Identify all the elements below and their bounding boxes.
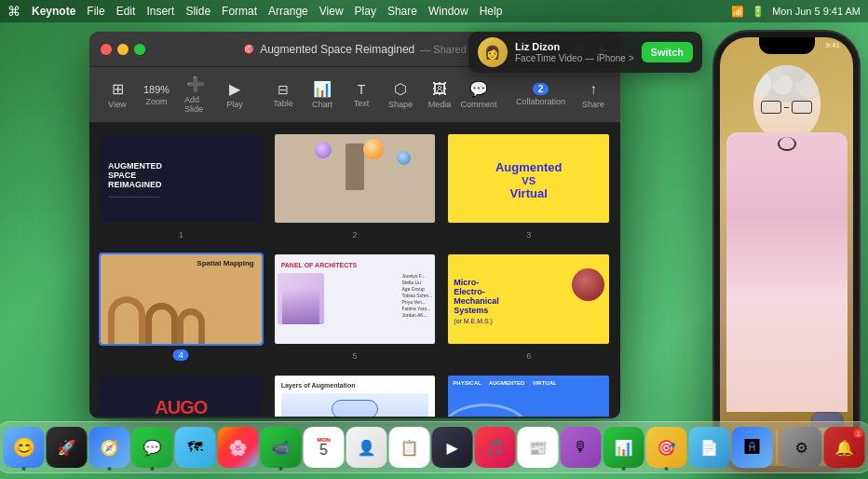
document-title: Augmented Space Reimagined xyxy=(260,43,414,56)
facetime-indicator xyxy=(279,467,283,471)
toolbar-play[interactable]: ▶ Play xyxy=(216,76,253,113)
dock-item-launchpad[interactable]: 🚀 xyxy=(47,427,88,468)
traffic-lights xyxy=(101,44,145,55)
person-curly-hair xyxy=(753,65,821,103)
slide-2-sphere-blue xyxy=(397,151,411,165)
slide-wrapper-8: Layers of Augmentation 8 xyxy=(273,374,438,417)
slide-3-title: Augmented xyxy=(495,160,563,175)
dock-item-appstore[interactable]: 🅰 xyxy=(732,427,773,468)
notification-badge: 1 xyxy=(854,429,863,438)
syspreferences-icon: ⚙ xyxy=(795,439,808,457)
app-name[interactable]: Keynote xyxy=(32,5,75,18)
menu-share[interactable]: Share xyxy=(387,5,417,18)
dock-item-messages[interactable]: 💬 xyxy=(132,427,173,468)
toolbar-add-slide[interactable]: ➕ Add Slide xyxy=(177,72,214,117)
dock-item-safari[interactable]: 🧭 xyxy=(89,427,130,468)
slide-thumb-3[interactable]: Augmented VS Virtual xyxy=(446,132,611,225)
slide-wrapper-1: AUGMENTEDSPACEREIMAGINED ——————————— 1 xyxy=(99,132,264,225)
dock-item-photos[interactable]: 🌸 xyxy=(218,427,259,468)
menu-file[interactable]: File xyxy=(87,5,104,18)
dock-item-pages[interactable]: 📄 xyxy=(689,427,730,468)
slide-thumb-6[interactable]: Micro-Electro-MechanicalSystems (or M.E.… xyxy=(446,253,611,345)
toolbar-table[interactable]: ⊟ Table xyxy=(264,78,302,112)
title-bar-center: 🎯 Augmented Space Reimagined — Shared xyxy=(243,43,467,56)
share-icon: ↑ xyxy=(590,81,597,98)
menu-insert[interactable]: Insert xyxy=(146,5,174,18)
menu-view[interactable]: View xyxy=(319,5,344,18)
facetime-video-bg xyxy=(720,37,853,466)
dock-item-appletv[interactable]: ▶ xyxy=(432,427,473,468)
finder-icon: 😊 xyxy=(12,436,35,458)
slide-wrapper-7: AUGO 7 xyxy=(99,374,264,417)
news-icon: 📰 xyxy=(529,439,548,457)
arch-right xyxy=(177,308,205,345)
toolbar-zoom[interactable]: 189% Zoom xyxy=(138,80,175,110)
person-necklace xyxy=(778,137,796,151)
menu-window[interactable]: Window xyxy=(428,5,468,18)
toolbar-text[interactable]: T Text xyxy=(343,78,380,112)
dock-item-calendar[interactable]: MON 5 xyxy=(304,427,345,468)
close-button[interactable] xyxy=(101,44,112,55)
slide-9-arc xyxy=(448,404,527,417)
dock-item-reminders[interactable]: 📋 xyxy=(389,427,430,468)
toolbar-comment[interactable]: 💬 Comment xyxy=(460,76,497,113)
toolbar-collaboration[interactable]: 2 Collaboration xyxy=(509,79,573,110)
menu-format[interactable]: Format xyxy=(222,5,257,18)
comment-icon: 💬 xyxy=(469,80,488,98)
dock-item-syspreferences[interactable]: ⚙ xyxy=(781,427,822,468)
minimize-button[interactable] xyxy=(117,44,129,55)
slide-thumb-7[interactable]: AUGO xyxy=(99,374,264,417)
dock-item-music[interactable]: 🎵 xyxy=(475,427,516,468)
dock-item-notification[interactable]: 🔔 1 xyxy=(824,427,865,468)
toolbar-chart[interactable]: 📊 Chart xyxy=(304,76,341,113)
arch-left xyxy=(108,296,145,345)
dock-item-facetime[interactable]: 📹 xyxy=(261,427,302,468)
dock-item-news[interactable]: 📰 xyxy=(518,427,559,468)
messages-indicator xyxy=(151,467,155,471)
menu-play[interactable]: Play xyxy=(355,5,376,18)
slide-2-sphere-orange xyxy=(363,139,384,159)
slide-thumb-4[interactable]: Spatial Mapping xyxy=(99,253,264,345)
slide-thumb-5[interactable]: PANEL OF ARCHITECTS Jocelyn F...Stella L… xyxy=(273,253,438,345)
slide-thumb-2[interactable] xyxy=(273,132,438,225)
facetime-caller-name: Liz Dizon xyxy=(515,41,634,52)
contacts-icon: 👤 xyxy=(358,439,376,457)
apple-menu[interactable]: ⌘ xyxy=(7,4,20,19)
dock-item-maps[interactable]: 🗺 xyxy=(175,427,216,468)
toolbar-media[interactable]: 🖼 Media xyxy=(421,77,458,113)
slide-number-6: 6 xyxy=(526,351,531,361)
slide-number-2: 2 xyxy=(352,230,357,240)
dock-item-finder[interactable]: 😊 xyxy=(4,427,45,468)
fullscreen-button[interactable] xyxy=(134,44,145,55)
dock-item-numbers[interactable]: 📊 xyxy=(604,427,644,468)
menu-slide[interactable]: Slide xyxy=(185,5,210,18)
toolbar-shape[interactable]: ⬡ Shape xyxy=(382,76,419,113)
launchpad-icon: 🚀 xyxy=(58,439,76,457)
menu-help[interactable]: Help xyxy=(480,5,503,18)
menu-bar: ⌘ Keynote File Edit Insert Slide Format … xyxy=(0,0,868,22)
slide-wrapper-6: Micro-Electro-MechanicalSystems (or M.E.… xyxy=(446,253,611,345)
slide-thumb-9[interactable]: PHYSICAL AUGMENTED VIRTUAL xyxy=(446,374,611,417)
facetime-avatar: 👩 xyxy=(478,37,508,67)
slide-7-title: AUGO xyxy=(155,397,207,417)
slide-thumb-1[interactable]: AUGMENTEDSPACEREIMAGINED ——————————— xyxy=(99,132,264,225)
slide-1-subtitle: ——————————— xyxy=(108,194,254,199)
media-icon: 🖼 xyxy=(432,81,447,98)
slide-wrapper-3: Augmented VS Virtual 3 xyxy=(446,132,611,225)
menu-edit[interactable]: Edit xyxy=(116,5,136,18)
arch-mid xyxy=(145,303,178,345)
toolbar-view[interactable]: ⊞ View xyxy=(99,76,136,113)
slide-wrapper-4: Spatial Mapping 4 xyxy=(99,253,264,345)
dock-item-keynote[interactable]: 🎯 xyxy=(646,427,687,468)
table-icon: ⊟ xyxy=(278,82,289,97)
facetime-subtitle: FaceTime Video — iPhone > xyxy=(515,53,634,63)
menu-arrange[interactable]: Arrange xyxy=(268,5,308,18)
facetime-switch-button[interactable]: Switch xyxy=(642,42,693,62)
toolbar-share[interactable]: ↑ Share xyxy=(575,77,612,113)
dock-item-contacts[interactable]: 👤 xyxy=(346,427,387,468)
slide-thumb-8[interactable]: Layers of Augmentation xyxy=(273,374,438,417)
safari-icon: 🧭 xyxy=(101,439,119,457)
dock-item-podcasts[interactable]: 🎙 xyxy=(561,427,602,468)
messages-icon: 💬 xyxy=(143,439,162,457)
person-face xyxy=(753,65,821,140)
